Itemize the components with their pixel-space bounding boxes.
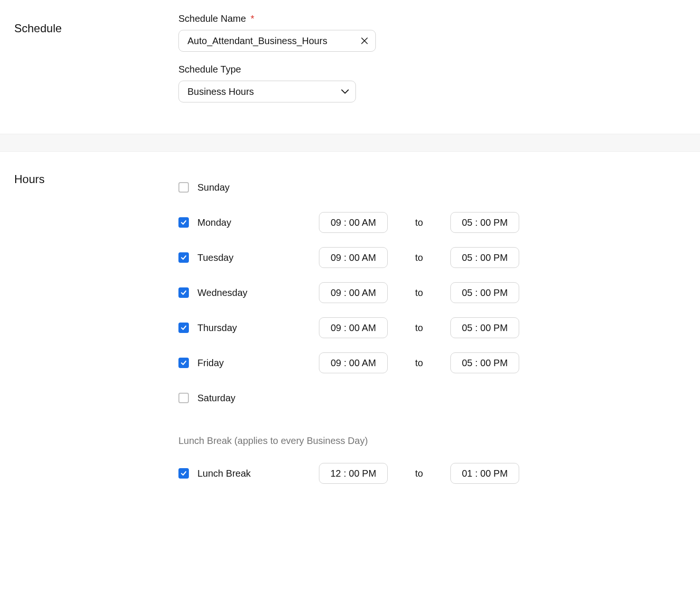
to-label: to	[388, 217, 450, 228]
day-label-thursday: Thursday	[197, 323, 319, 333]
label-schedule-name: Schedule Name *	[178, 13, 686, 24]
day-label-tuesday: Tuesday	[197, 252, 319, 263]
day-row-monday: Monday09 : 00 AMto05 : 00 PM	[178, 205, 686, 240]
to-label: to	[388, 323, 450, 333]
checkbox-sunday[interactable]	[178, 182, 189, 193]
lunch-break-row: Lunch Break12 : 00 PMto01 : 00 PM	[178, 456, 686, 491]
day-row-sunday: Sunday	[178, 170, 686, 205]
required-marker: *	[251, 13, 254, 24]
clear-schedule-name-button[interactable]	[359, 35, 370, 46]
day-row-saturday: Saturday	[178, 380, 686, 415]
day-row-tuesday: Tuesday09 : 00 AMto05 : 00 PM	[178, 240, 686, 275]
day-label-friday: Friday	[197, 358, 319, 369]
end-time-tuesday[interactable]: 05 : 00 PM	[450, 247, 519, 268]
day-row-friday: Friday09 : 00 AMto05 : 00 PM	[178, 345, 686, 380]
day-label-saturday: Saturday	[197, 393, 319, 404]
start-time-monday[interactable]: 09 : 00 AM	[319, 212, 388, 233]
checkmark-icon	[180, 289, 187, 296]
checkmark-icon	[180, 470, 187, 477]
field-schedule-type: Schedule Type Business Hours	[178, 64, 686, 102]
day-row-wednesday: Wednesday09 : 00 AMto05 : 00 PM	[178, 275, 686, 310]
to-label: to	[388, 358, 450, 369]
lunch-break-label: Lunch Break	[197, 468, 319, 479]
checkbox-lunch-break[interactable]	[178, 468, 189, 479]
start-time-friday[interactable]: 09 : 00 AM	[319, 352, 388, 373]
checkbox-tuesday[interactable]	[178, 252, 189, 263]
day-label-wednesday: Wednesday	[197, 287, 319, 298]
checkbox-saturday[interactable]	[178, 393, 189, 403]
start-time-thursday[interactable]: 09 : 00 AM	[319, 317, 388, 338]
select-schedule-type[interactable]: Business Hours	[178, 81, 356, 102]
checkmark-icon	[180, 324, 187, 331]
to-label: to	[388, 468, 450, 479]
end-time-monday[interactable]: 05 : 00 PM	[450, 212, 519, 233]
end-time-thursday[interactable]: 05 : 00 PM	[450, 317, 519, 338]
section-divider	[0, 134, 700, 152]
heading-hours: Hours	[14, 170, 178, 186]
day-row-thursday: Thursday09 : 00 AMto05 : 00 PM	[178, 310, 686, 345]
checkbox-thursday[interactable]	[178, 323, 189, 333]
label-schedule-type: Schedule Type	[178, 64, 686, 75]
checkbox-friday[interactable]	[178, 358, 189, 368]
checkbox-wednesday[interactable]	[178, 287, 189, 298]
start-time-wednesday[interactable]: 09 : 00 AM	[319, 282, 388, 303]
start-time-tuesday[interactable]: 09 : 00 AM	[319, 247, 388, 268]
x-icon	[361, 37, 368, 45]
end-time-friday[interactable]: 05 : 00 PM	[450, 352, 519, 373]
section-hours: Hours SundayMonday09 : 00 AMto05 : 00 PM…	[0, 152, 700, 510]
end-time-lunch[interactable]: 01 : 00 PM	[450, 463, 519, 484]
heading-schedule: Schedule	[14, 13, 178, 35]
select-schedule-type-value: Business Hours	[187, 86, 254, 97]
start-time-lunch[interactable]: 12 : 00 PM	[319, 463, 388, 484]
checkmark-icon	[180, 254, 187, 261]
section-schedule: Schedule Schedule Name * Schedule Type B…	[0, 0, 700, 134]
checkmark-icon	[180, 219, 187, 226]
checkbox-monday[interactable]	[178, 217, 189, 228]
end-time-wednesday[interactable]: 05 : 00 PM	[450, 282, 519, 303]
day-label-sunday: Sunday	[197, 182, 319, 193]
to-label: to	[388, 252, 450, 263]
to-label: to	[388, 287, 450, 298]
checkmark-icon	[180, 360, 187, 366]
day-label-monday: Monday	[197, 217, 319, 228]
input-schedule-name[interactable]	[178, 30, 376, 52]
lunch-break-note: Lunch Break (applies to every Business D…	[178, 435, 686, 446]
field-schedule-name: Schedule Name *	[178, 13, 686, 52]
